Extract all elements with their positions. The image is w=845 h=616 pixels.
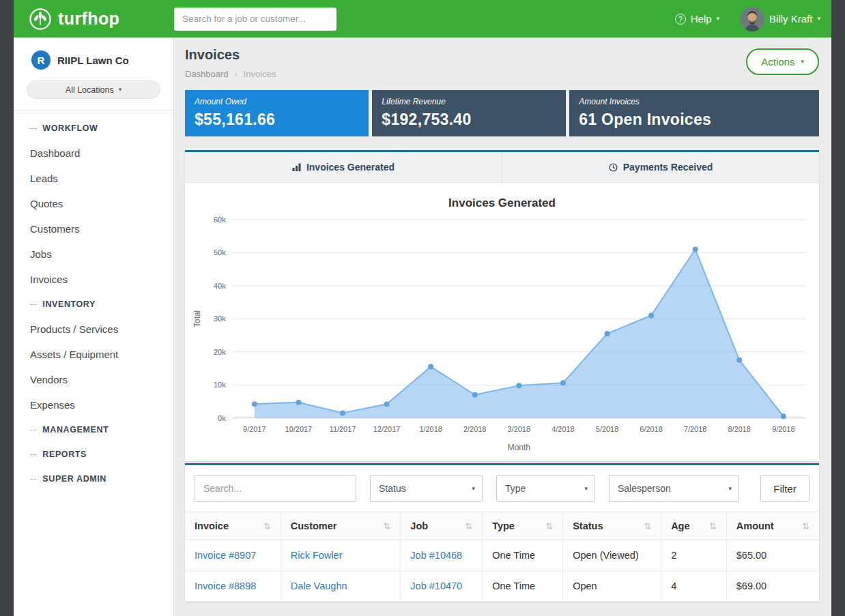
chart-tabs: Invoices Generated Payments Received <box>185 152 819 183</box>
stat-value: 61 Open Invoices <box>579 111 810 129</box>
sidebar-section-inventory[interactable]: -- INVENTORY <box>30 292 173 317</box>
breadcrumb-item[interactable]: Invoices <box>244 69 276 79</box>
company-logo-icon: R <box>31 50 51 70</box>
svg-text:3/2018: 3/2018 <box>508 425 530 433</box>
column-header-job[interactable]: Job ⇅ <box>401 512 483 540</box>
help-menu[interactable]: ? Help ▾ <box>675 13 719 25</box>
sort-icon[interactable]: ⇅ <box>465 521 472 531</box>
breadcrumb-separator: › <box>235 70 238 79</box>
svg-text:30k: 30k <box>214 314 226 323</box>
page-title: Invoices <box>185 47 276 63</box>
sidebar-item-dashboard[interactable]: Dashboard <box>30 141 173 166</box>
table-row: Invoice #8898Dale VaughnJob #10470One Ti… <box>185 571 819 602</box>
sidebar-item-quotes[interactable]: Quotes <box>30 191 173 216</box>
sort-icon[interactable]: ⇅ <box>545 521 553 531</box>
customer-link[interactable]: Dale Vaughn <box>291 581 347 591</box>
stat-value: $192,753.40 <box>382 111 556 129</box>
user-name: Billy Kraft <box>769 13 812 25</box>
actions-label: Actions <box>761 56 794 68</box>
type-select[interactable]: Type ▾ <box>496 475 595 502</box>
tab-payments-received[interactable]: Payments Received <box>502 152 819 182</box>
sort-icon[interactable]: ⇅ <box>709 521 717 531</box>
sort-icon[interactable]: ⇅ <box>383 521 390 531</box>
svg-text:7/2018: 7/2018 <box>684 425 706 433</box>
column-header-amount[interactable]: Amount ⇅ <box>726 512 819 540</box>
column-header-status[interactable]: Status ⇅ <box>563 512 661 540</box>
status-select[interactable]: Status ▾ <box>370 475 483 502</box>
sidebar-section-management[interactable]: -- MANAGEMENT <box>30 417 173 442</box>
salesperson-select[interactable]: Salesperson ▾ <box>609 475 739 502</box>
invoices-generated-chart: 0k10k20k30k40k50k60k9/201710/201711/2017… <box>190 213 814 460</box>
navbar-right: ? Help ▾ Billy <box>675 7 831 31</box>
table-cell: 4 <box>661 571 727 602</box>
sidebar-item-expenses[interactable]: Expenses <box>30 392 173 417</box>
job-link[interactable]: Job #10470 <box>410 581 462 591</box>
breadcrumb-item[interactable]: Dashboard <box>185 69 229 79</box>
customer-link[interactable]: Rick Fowler <box>291 550 343 561</box>
svg-text:20k: 20k <box>214 348 226 356</box>
sidebar-item-customers[interactable]: Customers <box>30 216 173 241</box>
sidebar-item-products-services[interactable]: Products / Services <box>30 317 173 342</box>
sidebar-section-super-admin[interactable]: -- SUPER ADMIN <box>30 467 173 491</box>
sidebar-item-vendors[interactable]: Vendors <box>30 367 173 392</box>
job-link[interactable]: Job #10468 <box>410 550 462 561</box>
actions-button[interactable]: Actions ▾ <box>746 48 819 75</box>
chevron-down-icon: ▾ <box>584 486 588 492</box>
svg-text:5/2018: 5/2018 <box>596 425 618 433</box>
chevron-down-icon: ▾ <box>817 16 820 22</box>
sidebar-item-invoices[interactable]: Invoices <box>30 267 173 292</box>
stat-card: Amount Owed $55,161.66 <box>185 90 369 136</box>
chevron-down-icon: ▾ <box>801 59 804 65</box>
svg-text:2/2018: 2/2018 <box>463 425 486 433</box>
user-menu[interactable]: Billy Kraft ▾ <box>740 7 820 31</box>
sort-icon[interactable]: ⇅ <box>263 521 271 531</box>
global-search-input[interactable] <box>174 8 336 31</box>
svg-text:4/2018: 4/2018 <box>552 425 574 433</box>
sort-icon[interactable]: ⇅ <box>802 521 810 531</box>
sidebar-section-workflow[interactable]: -- WORKFLOW <box>30 116 173 141</box>
column-header-age[interactable]: Age ⇅ <box>661 512 727 540</box>
table-search-input[interactable] <box>195 475 356 502</box>
section-dash-icon: -- <box>30 450 37 459</box>
svg-text:0k: 0k <box>218 414 226 422</box>
invoice-link[interactable]: Invoice #8907 <box>195 550 256 561</box>
chevron-down-icon: ▾ <box>472 486 475 492</box>
sort-icon[interactable]: ⇅ <box>644 521 651 531</box>
turfhop-logo-icon <box>29 8 52 31</box>
svg-text:12/2017: 12/2017 <box>373 425 400 433</box>
filter-button[interactable]: Filter <box>760 475 810 502</box>
sidebar: R RIIPL Lawn Co All Locations ▾ -- WORKF… <box>14 38 174 616</box>
section-dash-icon: -- <box>30 425 37 435</box>
svg-text:60k: 60k <box>214 216 226 224</box>
page-header: Invoices Dashboard›Invoices Actions ▾ <box>185 47 819 79</box>
column-header-invoice[interactable]: Invoice ⇅ <box>185 512 281 540</box>
chevron-down-icon: ▾ <box>717 16 720 22</box>
column-header-customer[interactable]: Customer ⇅ <box>281 512 401 540</box>
svg-text:50k: 50k <box>214 248 226 256</box>
svg-text:10k: 10k <box>214 381 226 389</box>
sidebar-item-leads[interactable]: Leads <box>30 166 173 191</box>
svg-text:9/2017: 9/2017 <box>243 425 266 433</box>
svg-text:9/2018: 9/2018 <box>772 425 794 433</box>
svg-text:8/2018: 8/2018 <box>728 425 751 433</box>
sidebar-section-reports[interactable]: -- REPORTS <box>30 442 173 467</box>
invoice-link[interactable]: Invoice #8898 <box>195 581 256 591</box>
sidebar-item-jobs[interactable]: Jobs <box>30 241 173 267</box>
brand-name: turfhop <box>58 9 119 29</box>
locations-label: All Locations <box>66 85 114 95</box>
tab-invoices-generated[interactable]: Invoices Generated <box>185 152 502 182</box>
svg-text:10/2017: 10/2017 <box>285 425 312 433</box>
chart-area: Invoices Generated 0k10k20k30k40k50k60k9… <box>185 183 819 461</box>
help-label: Help <box>691 13 712 25</box>
top-navbar: turfhop ? Help ▾ <box>14 0 831 38</box>
table-cell: One Time <box>483 540 563 571</box>
column-header-type[interactable]: Type ⇅ <box>483 512 563 540</box>
locations-dropdown[interactable]: All Locations ▾ <box>27 80 160 99</box>
help-icon: ? <box>675 14 686 25</box>
stat-label: Amount Owed <box>195 97 359 106</box>
bar-chart-icon <box>292 163 301 171</box>
brand[interactable]: turfhop <box>14 8 174 31</box>
section-dash-icon: -- <box>30 299 37 309</box>
svg-text:1/2018: 1/2018 <box>419 425 442 433</box>
sidebar-item-assets-equipment[interactable]: Assets / Equipment <box>30 342 173 367</box>
